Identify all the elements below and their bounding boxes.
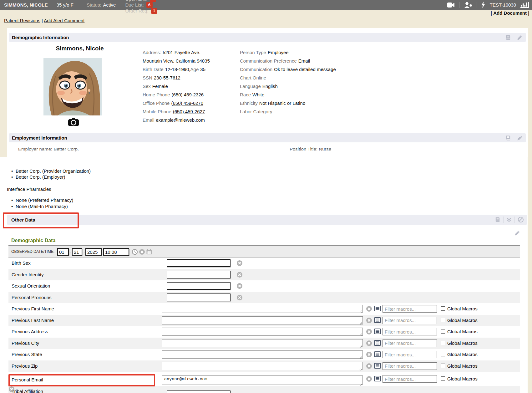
counter-label: Open Enc: — [125, 0, 147, 2]
observed-month-input[interactable] — [57, 248, 69, 256]
patient-age-sex: 35 y/o F — [57, 2, 73, 8]
macro-list-icon[interactable] — [374, 329, 381, 334]
clear-x-icon[interactable] — [366, 351, 372, 358]
demographic-fields-right: Person TypeEmployeeCommunication Prefere… — [240, 48, 415, 116]
clear-x-icon[interactable] — [236, 272, 243, 278]
field-link[interactable]: (650) 459-2326 — [172, 92, 204, 97]
filter-macros-input[interactable] — [383, 305, 437, 313]
global-macros-label: Global Macros — [447, 318, 478, 323]
edit-pencil-icon[interactable] — [517, 135, 523, 141]
edit-pencil-icon[interactable] — [517, 35, 523, 40]
field-textarea[interactable] — [162, 316, 363, 324]
field-label: Sex — [143, 84, 151, 89]
field-input[interactable] — [167, 271, 231, 278]
macro-list-icon[interactable] — [374, 340, 381, 346]
macro-list-icon[interactable] — [374, 363, 381, 369]
observed-day-input[interactable] — [72, 248, 82, 256]
filter-macros-input[interactable] — [383, 362, 437, 370]
macro-list-icon[interactable] — [374, 376, 381, 381]
clear-x-icon[interactable] — [139, 249, 145, 255]
observed-year-input[interactable] — [85, 248, 102, 256]
section-title: Employment Information — [9, 135, 67, 140]
clear-x-icon[interactable] — [8, 386, 520, 392]
field-textarea[interactable] — [162, 350, 363, 359]
clear-x-icon[interactable] — [236, 294, 243, 301]
field-textarea[interactable] — [162, 375, 363, 385]
field-row-label: Birth Sex — [12, 260, 31, 266]
journal-icon[interactable] — [505, 35, 511, 40]
global-macros-checkbox[interactable] — [441, 341, 445, 345]
journal-icon[interactable] — [494, 217, 500, 222]
clear-x-icon[interactable] — [366, 376, 372, 382]
field-input[interactable] — [167, 390, 231, 393]
divider — [514, 34, 514, 41]
global-macros-checkbox[interactable] — [441, 329, 445, 334]
add-document-link[interactable]: Add Document — [493, 10, 527, 16]
page-background — [0, 10, 7, 157]
clear-x-icon[interactable] — [236, 283, 243, 289]
table-row: Birth Sex — [8, 258, 520, 269]
edit-pencil-icon[interactable] — [514, 230, 520, 236]
counter-label: Due List: — [125, 2, 144, 8]
global-macros-checkbox[interactable] — [441, 376, 445, 381]
global-macros-checkbox[interactable] — [441, 364, 445, 368]
flowsheet-chart-icon[interactable] — [520, 2, 529, 8]
field-link[interactable]: example@mieweb.com — [156, 117, 205, 123]
field-line: Communication PreferenceEmail — [240, 57, 415, 65]
clear-x-icon[interactable] — [366, 317, 372, 324]
employment-clipped-row: Employer name: Better Corp. Position Tit… — [13, 146, 419, 154]
filter-macros-input[interactable] — [383, 339, 437, 347]
field-textarea[interactable] — [162, 362, 363, 370]
field-row-label: Gender Identity — [12, 272, 44, 277]
macro-list-icon[interactable] — [374, 351, 381, 357]
clear-x-icon[interactable] — [366, 306, 372, 312]
system-id: TEST-10030 — [490, 2, 516, 8]
field-textarea[interactable] — [162, 339, 363, 347]
patient-revisions-link[interactable]: Patient Revisions — [4, 18, 40, 23]
macro-list-icon[interactable] — [374, 306, 381, 311]
field-input[interactable] — [167, 259, 231, 267]
collapse-double-chevron-icon[interactable] — [506, 217, 512, 222]
camera-icon[interactable] — [68, 117, 79, 126]
journal-icon[interactable] — [505, 135, 511, 141]
global-macros-label: Global Macros — [447, 329, 478, 334]
field-input[interactable] — [167, 293, 231, 301]
global-macros-checkbox[interactable] — [441, 352, 445, 356]
observed-time-input[interactable] — [103, 248, 129, 256]
patient-photo[interactable] — [43, 58, 102, 115]
demographic-information-header: Demographic Information — [9, 33, 526, 42]
add-person-icon[interactable] — [464, 2, 472, 8]
lightning-bolt-icon[interactable] — [481, 2, 485, 8]
clear-x-icon[interactable] — [236, 260, 243, 266]
field-link[interactable]: (650) 459-6270 — [171, 100, 203, 106]
add-alert-comment-link[interactable]: Add Alert Comment — [44, 18, 84, 23]
field-link[interactable]: (650) 459-2627 — [173, 109, 205, 114]
filter-macros-input[interactable] — [383, 317, 437, 324]
table-row: Previous Last NameGlobal Macros — [8, 315, 520, 326]
patient-summary-panel: Demographic Information Simmons, Nicole — [7, 28, 528, 157]
field-label: Email — [143, 117, 155, 123]
field-value: 35 — [200, 67, 205, 72]
filter-macros-input[interactable] — [383, 351, 437, 358]
field-textarea[interactable] — [162, 305, 363, 313]
observed-datetime-row: OBSERVED DATE/TIME: - - — [8, 246, 520, 258]
clear-x-icon[interactable] — [366, 340, 372, 346]
field-textarea[interactable] — [162, 328, 363, 336]
filter-macros-input[interactable] — [383, 328, 437, 335]
clear-x-icon[interactable] — [366, 363, 372, 369]
filter-macros-input[interactable] — [383, 375, 437, 383]
macro-list-icon[interactable] — [374, 317, 381, 323]
clear-x-icon[interactable] — [366, 329, 372, 335]
list-item: Better Corp. (Provider Organization) — [11, 168, 91, 174]
clock-icon[interactable] — [132, 249, 138, 255]
field-label: Office Phone — [143, 100, 170, 106]
disable-slash-circle-icon[interactable] — [518, 217, 524, 223]
global-macros-checkbox[interactable] — [441, 306, 445, 311]
add-document-row: | Add Document | — [491, 10, 529, 16]
global-macros-checkbox[interactable] — [441, 318, 445, 322]
list-item: None (Mail-In Pharmacy) — [11, 203, 73, 210]
video-camera-icon[interactable] — [447, 3, 455, 8]
field-input[interactable] — [167, 282, 231, 290]
table-row: Previous CityGlobal Macros — [8, 338, 520, 349]
calendar-icon[interactable] — [146, 249, 152, 255]
